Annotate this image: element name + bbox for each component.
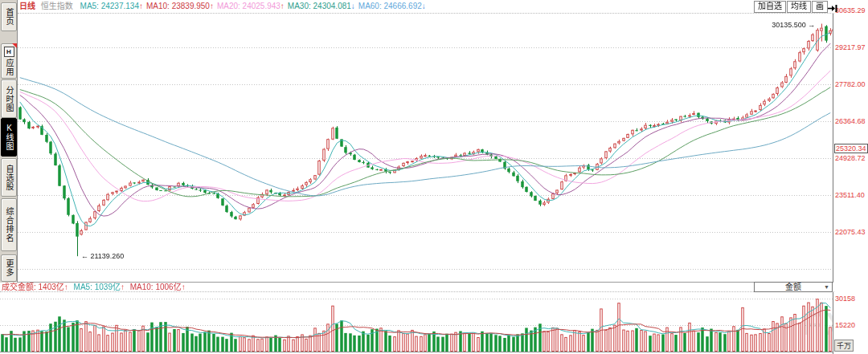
up-arrow-icon: ↑ [280,2,285,10]
price-axis-label: 24928.72 [835,154,866,162]
volume-unit-label: 千万 [834,340,854,352]
ma-value-ma10: MA10: 23839.950↑ [146,2,214,10]
volume-ma5-label: MA5: 1039亿↑ [74,283,127,291]
price-axis-label: 30635.29 [835,6,866,14]
price-axis-label: 26364.68 [835,117,866,125]
sidebar-item-kline-chart[interactable]: K线图 [1,118,17,157]
volume-axis-label: 15220 [835,321,855,329]
chart-header: 日线 恒生指数 MA5: 24237.134↑MA10: 23839.950↑M… [18,0,834,14]
volume-header: 成交金额: 1403亿↑ MA5: 1039亿↑ MA10: 1006亿↑ [0,283,834,292]
turnover-label: 成交金额: 1403亿↑ [2,283,71,291]
ma-value-ma20: MA20: 24025.943↑ [217,2,285,10]
boxed-price-label: 25320.34 [834,144,868,153]
price-axis-label: 23511.40 [835,191,865,199]
up-arrow-icon: ↑ [182,283,186,291]
sidebar-item-watchlist[interactable]: 自选股 [1,158,17,197]
sidebar-item-label: K线图 [5,124,13,151]
candlestick-canvas[interactable] [18,14,833,283]
collapse-panel-icon[interactable] [828,2,837,16]
sidebar-item-label: 分时图 [5,86,13,112]
price-axis-label: 27782.00 [835,80,866,88]
price-axis-label: 22075.43 [835,228,866,236]
up-arrow-icon: ↑ [121,283,125,291]
sidebar-item-home[interactable]: 首页 [1,2,17,31]
down-arrow-icon: ↓ [422,2,426,10]
volume-type-label: 金额 [785,283,801,291]
sidebar-item-more[interactable]: 更多 [1,254,17,282]
low-annotation: ← 21139.260 [81,252,124,260]
ma-value-ma5: MA5: 24237.134↑ [80,2,143,10]
up-arrow-icon: ↑ [139,2,143,10]
sidebar-item-label: 首页 [5,8,13,26]
sidebar-item-time-chart[interactable]: 分时图 [1,79,17,118]
sidebar-item-label: 应用 [5,59,13,76]
ma-value-ma60: MA60: 24666.692↓ [358,2,426,10]
high-annotation: 30135.500 → [772,21,815,29]
ma-values-row: MA5: 24237.134↑MA10: 23839.950↑MA20: 240… [80,2,429,10]
symbol-label: 恒生指数 [41,2,73,10]
down-arrow-icon: ↓ [351,2,355,10]
sidebar-item-label: 自选股 [5,165,13,191]
sidebar-item-app[interactable]: H应用 [1,43,17,79]
price-axis-label: 29217.97 [835,43,866,51]
ma-value-ma30: MA30: 24304.081↓ [288,2,355,10]
sidebar-item-ranking[interactable]: 综合排名 [1,198,17,251]
sidebar-item-label: 更多 [5,259,13,277]
add-watchlist-button[interactable]: 加自选 [754,1,786,13]
toolbar: 加自选均线画 [753,1,828,13]
volume-type-dropdown[interactable]: 金额 ▼ [754,282,833,292]
ma-toggle-button[interactable]: 均线 [787,1,811,13]
chevron-down-icon: ▼ [824,283,829,291]
price-axis: 30635.2929217.9727782.0026364.6824928.72… [833,0,868,354]
up-arrow-icon: ↑ [210,2,214,10]
volume-chart-area[interactable] [0,291,833,352]
volume-canvas[interactable] [0,291,833,352]
volume-axis-label: 30158 [835,295,855,303]
volume-ma10-label: MA10: 1006亿↑ [130,283,186,291]
period-label[interactable]: 日线 [19,2,35,10]
up-arrow-icon: ↑ [64,283,68,291]
draw-button[interactable]: 画 [812,1,828,13]
bottom-border [0,352,868,352]
sidebar-item-label: 综合排名 [5,207,13,242]
sidebar: 首页H应用分时图K线图自选股综合排名更多 [0,0,18,283]
notification-badge [12,43,17,48]
main-chart-area[interactable]: ← 21139.260 30135.500 → [18,14,833,283]
